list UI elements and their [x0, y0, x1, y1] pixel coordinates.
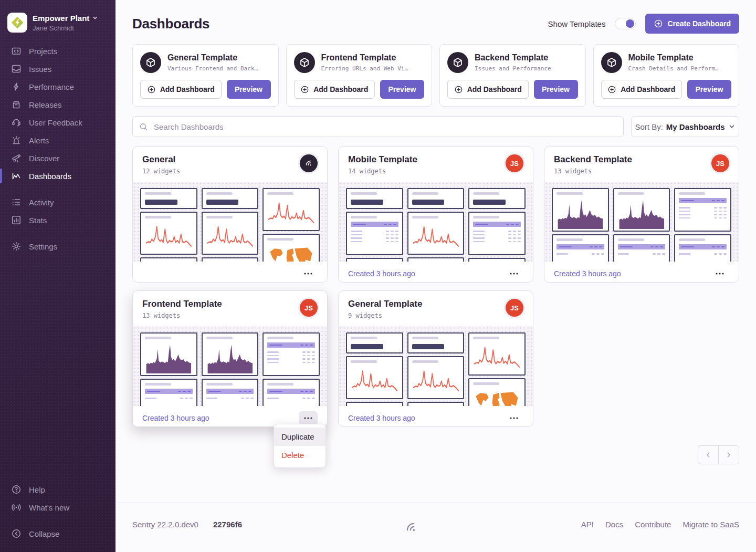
alerts-icon [11, 135, 22, 145]
footer-link-docs[interactable]: Docs [605, 520, 623, 529]
add-dashboard-label: Add Dashboard [467, 85, 522, 93]
dashboard-more-button[interactable] [505, 411, 523, 425]
plus-circle-icon [300, 85, 309, 94]
widget-thumbnail-area [202, 332, 259, 376]
sidebar-item-settings[interactable]: Settings [0, 237, 116, 255]
sidebar-item-activity[interactable]: Activity [0, 193, 116, 211]
sidebar-item-issues[interactable]: Issues [0, 60, 116, 78]
footer-version: Sentry 22.2.0.dev0 [132, 520, 198, 529]
add-dashboard-button[interactable]: Add Dashboard [294, 80, 375, 99]
dashboards-grid: General 12 widgets Mobile Template 14 wi… [116, 146, 756, 427]
nav-gap [0, 516, 116, 525]
dashboard-card-frontend-template[interactable]: Frontend Template 13 widgets JS Created … [132, 290, 328, 427]
create-dashboard-button[interactable]: Create Dashboard [645, 14, 739, 34]
page-header: Dashboards Show Templates Create Dashboa… [116, 0, 756, 44]
widget-thumbnail-sliver [140, 257, 197, 262]
main-content: Dashboards Show Templates Create Dashboa… [116, 0, 756, 552]
toggle-knob [626, 19, 634, 28]
template-cube-icon [294, 52, 315, 73]
dashboard-card-meta: Backend Template 13 widgets [554, 154, 632, 175]
preview-column [140, 188, 197, 262]
dashboard-widget-count: 14 widgets [348, 168, 417, 175]
dashboard-created-label: Created 3 hours ago [142, 414, 209, 422]
preview-button[interactable]: Preview [687, 80, 731, 99]
user-avatar: JS [300, 299, 318, 317]
show-templates-toggle[interactable] [615, 18, 636, 29]
sidebar-item-help[interactable]: Help [0, 481, 116, 498]
widget-thumbnail-table [262, 332, 320, 376]
sidebar-item-label: Activity [29, 198, 54, 207]
template-card-general-template: General Template Various Frontend and Ba… [132, 44, 279, 107]
sidebar-item-label: Releases [29, 100, 62, 109]
sort-label: Sort By: [635, 122, 663, 131]
collapse-icon [11, 528, 22, 539]
footer-link-api[interactable]: API [581, 520, 594, 529]
dashboard-card-footer: Created 3 hours ago [339, 406, 533, 430]
dashboard-more-button[interactable] [299, 267, 318, 280]
discover-icon [11, 153, 22, 163]
template-subtitle: Issues and Performance [475, 65, 551, 72]
template-card-actions: Add Dashboard Preview [294, 80, 425, 99]
sidebar-item-projects[interactable]: Projects [0, 42, 116, 60]
preview-button[interactable]: Preview [227, 80, 271, 99]
help-icon [11, 484, 22, 495]
user-feedback-icon [11, 117, 22, 128]
footer-build-hash: 22796f6 [213, 520, 242, 529]
widget-thumbnail-table [346, 212, 403, 255]
dashboard-more-button[interactable] [710, 267, 729, 280]
sidebar-item-performance[interactable]: Performance [0, 78, 116, 96]
widget-thumbnail-area [613, 188, 670, 232]
dashboard-preview [133, 182, 327, 262]
dashboard-widget-count: 12 widgets [142, 168, 180, 175]
dashboard-created-label: Created 3 hours ago [348, 414, 415, 422]
sidebar-item-collapse[interactable]: Collapse [0, 525, 116, 543]
dashboard-card-general-template[interactable]: General Template 9 widgets JS Created 3 … [338, 290, 533, 427]
preview-column [140, 332, 197, 406]
template-card-meta: General Template Various Frontend and Ba… [167, 53, 258, 72]
releases-icon [11, 99, 22, 110]
preview-column [407, 332, 465, 406]
widget-thumbnail-sliver [346, 258, 403, 262]
preview-column [202, 188, 259, 262]
menu-item-delete[interactable]: Delete [274, 446, 326, 464]
menu-item-duplicate[interactable]: Duplicate [274, 428, 326, 446]
add-dashboard-button[interactable]: Add Dashboard [140, 80, 222, 99]
dashboard-title: Frontend Template [142, 299, 222, 309]
footer-link-migrate-to-saas[interactable]: Migrate to SaaS [682, 520, 739, 529]
dashboard-card-header: Mobile Template 14 widgets JS [339, 147, 533, 182]
dashboard-card-backend-template[interactable]: Backend Template 13 widgets JS Created 3… [544, 146, 739, 283]
add-dashboard-button[interactable]: Add Dashboard [601, 80, 682, 99]
footer-link-contribute[interactable]: Contribute [635, 520, 671, 529]
search-box [132, 116, 624, 137]
search-input[interactable] [153, 122, 617, 132]
sidebar-item-dashboards[interactable]: Dashboards [0, 167, 116, 185]
sidebar-item-alerts[interactable]: Alerts [0, 131, 116, 149]
pagination-next-button[interactable] [718, 445, 739, 464]
issues-icon [11, 64, 22, 74]
org-switcher[interactable]: Empower Plant Jane Schmidt [0, 5, 116, 42]
plus-circle-icon [147, 85, 156, 94]
sidebar-item-what-s-new[interactable]: What's new [0, 498, 116, 516]
preview-button[interactable]: Preview [380, 80, 424, 99]
widget-thumbnail-tablecut [552, 234, 609, 262]
add-dashboard-button[interactable]: Add Dashboard [447, 80, 529, 99]
preview-button[interactable]: Preview [534, 80, 578, 99]
activity-icon [11, 197, 22, 207]
dashboard-card-general[interactable]: General 12 widgets [132, 146, 328, 283]
org-user: Jane Schmidt [33, 24, 98, 32]
dashboard-more-button[interactable] [505, 267, 523, 280]
widget-thumbnail-line [468, 332, 526, 376]
sidebar-item-stats[interactable]: Stats [0, 211, 116, 229]
sidebar-item-releases[interactable]: Releases [0, 96, 116, 113]
dashboard-more-button[interactable] [299, 411, 318, 425]
preview-column [468, 188, 526, 262]
sidebar-item-label: Alerts [29, 136, 49, 145]
sort-dropdown[interactable]: Sort By: My Dashboards [631, 116, 739, 137]
sidebar-item-discover[interactable]: Discover [0, 149, 116, 167]
add-dashboard-label: Add Dashboard [160, 85, 215, 93]
widget-thumbnail-tablecut [674, 234, 731, 262]
dashboard-card-mobile-template[interactable]: Mobile Template 14 widgets JS Created 3 … [338, 146, 533, 283]
sidebar-item-user-feedback[interactable]: User Feedback [0, 113, 116, 131]
widget-thumbnail-map [262, 234, 320, 262]
pagination-prev-button[interactable] [698, 445, 719, 464]
